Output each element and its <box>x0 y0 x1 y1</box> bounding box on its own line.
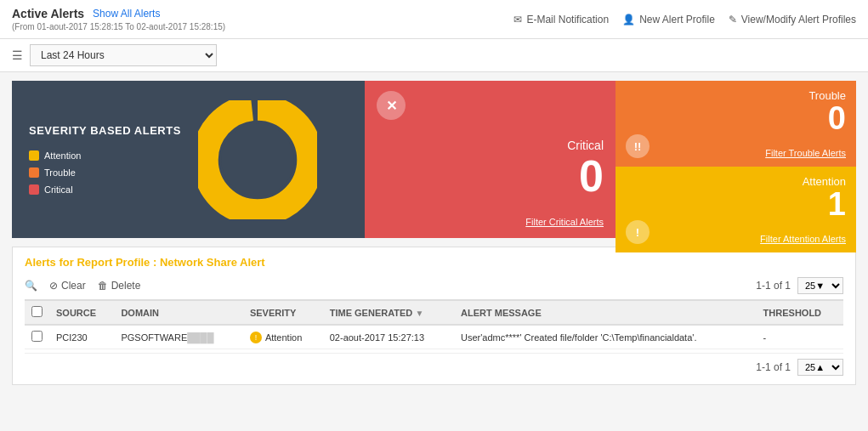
trouble-label: Trouble <box>44 167 76 178</box>
filter-bar: ☰ Last 24 Hours <box>0 39 868 72</box>
toolbar-right: 1-1 of 1 25▼ <box>756 277 843 294</box>
table-footer: 1-1 of 1 25▲ <box>25 353 843 376</box>
show-all-link[interactable]: Show All Alerts <box>93 8 160 20</box>
footer-pagination-range: 1-1 of 1 <box>756 361 791 373</box>
page-title: Active Alerts <box>12 7 84 20</box>
footer-per-page-select[interactable]: 25▲ <box>797 359 843 376</box>
top-bar-left: Active Alerts Show All Alerts (From 01-a… <box>12 7 225 31</box>
clear-button[interactable]: ⊘ Clear <box>49 280 86 292</box>
attention-dot <box>29 150 39 161</box>
profile-icon: 👤 <box>622 14 635 26</box>
delete-label: Delete <box>111 280 141 292</box>
trouble-count: 0 <box>828 102 846 134</box>
row-time-generated: 02-aout-2017 15:27:13 <box>323 325 454 349</box>
critical-count: 0 <box>579 154 604 198</box>
attention-count: 1 <box>828 188 846 220</box>
title-row: Active Alerts Show All Alerts <box>12 7 225 20</box>
right-panels: Trouble 0 !! Filter Trouble Alerts Atten… <box>616 81 856 238</box>
toolbar-left: 🔍 ⊘ Clear 🗑 Delete <box>25 280 140 292</box>
table-header-row: SOURCE DOMAIN SEVERITY TIME GENERATED ▼ … <box>25 300 843 325</box>
select-all-checkbox[interactable] <box>31 306 43 317</box>
filter-critical-link[interactable]: Filter Critical Alerts <box>525 217 604 227</box>
critical-count-area: Critical 0 <box>377 139 604 198</box>
severity-section: SEVERITY BASED ALERTS Attention Trouble … <box>12 81 856 238</box>
trash-icon: 🗑 <box>98 280 108 292</box>
col-source: SOURCE <box>49 300 114 325</box>
email-icon: ✉ <box>513 14 522 26</box>
svg-point-2 <box>221 123 294 196</box>
critical-x-icon: ✕ <box>377 91 406 120</box>
new-alert-profile-label: New Alert Profile <box>639 14 715 26</box>
severity-chart-panel: SEVERITY BASED ALERTS Attention Trouble … <box>12 81 365 238</box>
search-button[interactable]: 🔍 <box>25 280 37 292</box>
col-time-generated[interactable]: TIME GENERATED ▼ <box>323 300 454 325</box>
row-checkbox[interactable] <box>31 331 43 342</box>
legend-critical: Critical <box>29 184 181 195</box>
email-notification-button[interactable]: ✉ E-Mail Notification <box>513 14 609 26</box>
col-severity: SEVERITY <box>243 300 323 325</box>
critical-label: Critical <box>567 139 604 152</box>
trouble-count-area: Trouble 0 <box>808 89 846 134</box>
severity-legend: SEVERITY BASED ALERTS Attention Trouble … <box>29 124 181 195</box>
legend-trouble: Trouble <box>29 167 181 178</box>
row-domain: PGSOFTWARE████ <box>114 325 243 349</box>
attention-panel: Attention 1 ! Filter Attention Alerts <box>616 167 856 252</box>
profile-name: Network Share Alert <box>160 256 265 269</box>
new-alert-profile-button[interactable]: 👤 New Alert Profile <box>622 14 715 26</box>
table-row: PCI230 PGSOFTWARE████ ! Attention 02-aou… <box>25 325 843 349</box>
email-notification-label: E-Mail Notification <box>526 14 609 26</box>
alerts-header: Alerts for Report Profile : Network Shar… <box>25 256 843 269</box>
col-alert-message: ALERT MESSAGE <box>454 300 757 325</box>
select-all-header <box>25 300 49 325</box>
trouble-top: Trouble 0 <box>626 89 846 134</box>
trouble-panel: Trouble 0 !! Filter Trouble Alerts <box>616 81 856 167</box>
pencil-icon: ✎ <box>729 14 737 26</box>
clear-icon: ⊘ <box>49 280 58 292</box>
severity-badge: ! Attention <box>250 332 302 343</box>
table-toolbar: 🔍 ⊘ Clear 🗑 Delete 1-1 of 1 25▼ <box>25 277 843 294</box>
alerts-table-section: Alerts for Report Profile : Network Shar… <box>12 247 856 385</box>
view-modify-label: View/Modify Alert Profiles <box>741 14 856 26</box>
filter-attention-link[interactable]: Filter Attention Alerts <box>760 234 846 244</box>
attention-icon: ! <box>626 220 650 244</box>
critical-label: Critical <box>44 184 73 195</box>
severity-title: SEVERITY BASED ALERTS <box>29 124 181 137</box>
pagination-range: 1-1 of 1 <box>756 280 791 292</box>
critical-dot <box>29 184 39 195</box>
attention-badge-icon: ! <box>250 332 262 343</box>
alerts-table: SOURCE DOMAIN SEVERITY TIME GENERATED ▼ … <box>25 299 843 349</box>
filter-icon: ☰ <box>12 48 23 62</box>
delete-button[interactable]: 🗑 Delete <box>98 280 141 292</box>
sort-icon: ▼ <box>415 309 423 318</box>
attention-count-area: Attention 1 <box>803 175 846 220</box>
critical-icon-row: ✕ <box>377 91 604 120</box>
top-bar: Active Alerts Show All Alerts (From 01-a… <box>0 0 868 39</box>
filter-trouble-link[interactable]: Filter Trouble Alerts <box>765 148 846 158</box>
date-range: (From 01-aout-2017 15:28:15 To 02-aout-2… <box>12 22 225 31</box>
attention-label: Attention <box>44 150 81 161</box>
row-threshold: - <box>757 325 843 349</box>
row-severity: ! Attention <box>243 325 323 349</box>
donut-svg <box>198 100 317 219</box>
time-filter-select[interactable]: Last 24 Hours <box>30 44 217 66</box>
alerts-table-body: PCI230 PGSOFTWARE████ ! Attention 02-aou… <box>25 325 843 349</box>
row-alert-message: User'admc****' Created file/folder 'C:\T… <box>454 325 757 349</box>
critical-panel: ✕ Critical 0 Filter Critical Alerts <box>365 81 616 238</box>
view-modify-profiles-button[interactable]: ✎ View/Modify Alert Profiles <box>729 14 856 26</box>
trouble-dot <box>29 167 39 178</box>
alerts-header-prefix: Alerts for Report Profile : <box>25 256 160 269</box>
top-bar-actions: ✉ E-Mail Notification 👤 New Alert Profil… <box>513 14 856 26</box>
row-checkbox-cell <box>25 325 49 349</box>
per-page-select[interactable]: 25▼ <box>797 277 843 294</box>
donut-chart <box>198 100 317 219</box>
trouble-icon: !! <box>626 134 650 158</box>
legend-attention: Attention <box>29 150 181 161</box>
col-domain: DOMAIN <box>114 300 243 325</box>
row-source: PCI230 <box>49 325 114 349</box>
col-threshold: THRESHOLD <box>757 300 843 325</box>
attention-top: Attention 1 <box>626 175 846 220</box>
clear-label: Clear <box>61 280 86 292</box>
